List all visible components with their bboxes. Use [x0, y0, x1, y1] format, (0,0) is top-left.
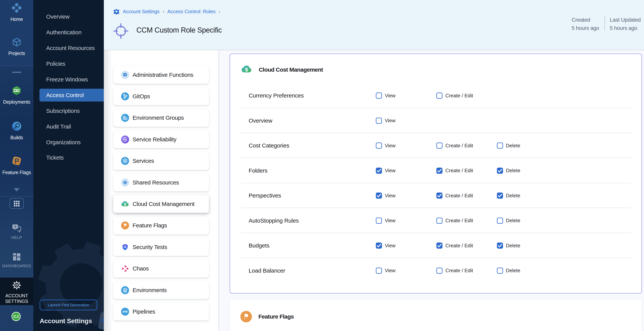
svg-text:?: ? — [14, 225, 16, 229]
svg-text:$: $ — [124, 202, 126, 206]
svg-text:$: $ — [245, 67, 248, 72]
